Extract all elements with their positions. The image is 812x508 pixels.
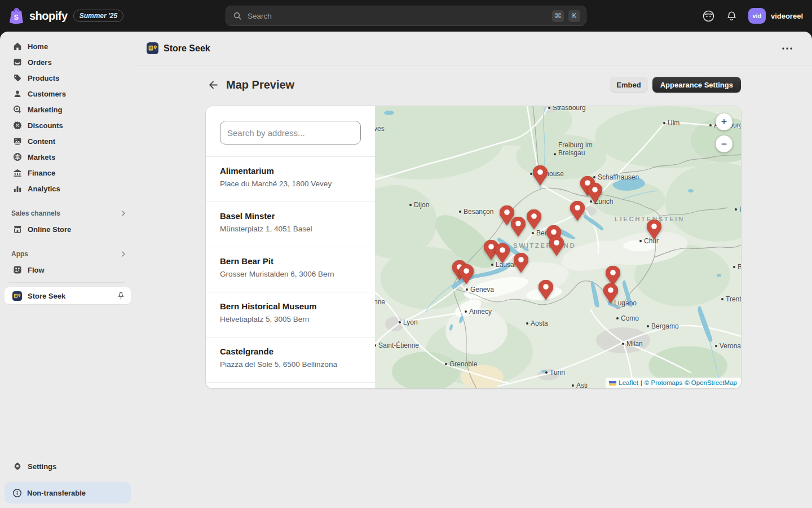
osm-link[interactable]: © OpenStreetMap: [685, 379, 737, 386]
location-list-item[interactable]: Bern Historical Museum Helvetiaplatz 5, …: [206, 292, 375, 338]
kbd-cmd: ⌘: [552, 10, 564, 22]
markets-icon: [12, 152, 22, 162]
sidebar-item[interactable]: Content: [5, 133, 131, 149]
app-title: Store Seek: [164, 43, 210, 54]
sidekick-icon[interactable]: [702, 10, 715, 23]
leaflet-link[interactable]: Leaflet: [619, 379, 638, 386]
sidebar-divider: [9, 282, 126, 283]
sidebar-item[interactable]: Markets: [5, 149, 131, 165]
sidebar-item[interactable]: Orders: [5, 54, 131, 70]
address-search-input[interactable]: [220, 121, 361, 144]
home-icon: [12, 42, 22, 51]
topbar: S shopify Summer '25 ⌘ K vid videoreel: [0, 0, 812, 32]
app-header: Store Seek: [135, 32, 812, 65]
map-marker-pin[interactable]: [588, 183, 602, 205]
store-seek-app-icon: [12, 291, 22, 301]
page-head: Map Preview Embed Appearance Settings: [206, 76, 741, 93]
search-icon: [233, 11, 242, 20]
location-list-item[interactable]: Bern Bear Pit Grosser Muristalden 6, 300…: [206, 247, 375, 292]
topbar-actions: vid videoreel: [702, 0, 803, 32]
kbd-k: K: [568, 10, 580, 22]
sidebar-bottom: Settings Non-transferable: [0, 458, 135, 508]
embed-button[interactable]: Embed: [610, 77, 647, 93]
sidebar-section-apps[interactable]: Apps: [5, 246, 131, 262]
sidebar-item[interactable]: Finance: [5, 165, 131, 181]
shopify-logo-icon: S: [9, 7, 24, 24]
sidebar-item-online-store[interactable]: Online Store: [5, 221, 131, 237]
map-marker-pin[interactable]: [495, 243, 510, 265]
map-canvas[interactable]: Strasbourg Ulm Augsburg Freiburg: [375, 106, 741, 388]
sidebar-item-flow[interactable]: Flow: [5, 262, 131, 278]
notifications-bell-icon[interactable]: [726, 11, 737, 21]
map-marker-pin[interactable]: [539, 280, 553, 302]
map-marker-pin[interactable]: [533, 165, 548, 187]
page-title: Map Preview: [226, 78, 294, 91]
store-seek-app-icon: [147, 42, 158, 54]
edition-badge: Summer '25: [73, 10, 124, 22]
location-list-item[interactable]: Castelgrande Piazza del Sole 5, 6500 Bel…: [206, 338, 375, 383]
map-marker-pin[interactable]: [570, 201, 585, 223]
customers-icon: [12, 89, 22, 99]
chevron-right-icon[interactable]: [120, 209, 127, 217]
sidebar-item[interactable]: Home: [5, 38, 131, 54]
sidebar-nav: Home Orders Products Customers Marketing: [0, 38, 135, 196]
info-icon: [12, 488, 22, 498]
sidebar-item-settings[interactable]: Settings: [5, 458, 131, 474]
appearance-settings-button[interactable]: Appearance Settings: [652, 77, 741, 93]
protomaps-link[interactable]: © Protomaps: [645, 379, 682, 386]
location-list-item[interactable]: Basel Minster Münsterplatz 1, 4051 Basel: [206, 202, 375, 247]
locations-list: Alimentarium Place du Marché 23, 1800 Ve…: [206, 157, 375, 383]
gear-icon: [12, 462, 22, 471]
map-zoom-controls: + −: [716, 113, 732, 152]
ukraine-flag-icon: [609, 380, 616, 386]
location-list-item[interactable]: Alimentarium Place du Marché 23, 1800 Ve…: [206, 157, 375, 202]
main-area: Store Seek Map Preview Embed Appearance …: [135, 32, 812, 508]
sidebar-item[interactable]: Customers: [5, 86, 131, 102]
sidebar: Home Orders Products Customers Marketing: [0, 32, 135, 508]
brand-wordmark: shopify: [29, 10, 68, 23]
map-marker-pin[interactable]: [527, 209, 541, 231]
attribution-separator: |: [641, 379, 642, 386]
user-name: videoreel: [771, 12, 803, 20]
storefront-icon: [12, 225, 22, 234]
avatar: vid: [748, 8, 766, 24]
marketing-icon: [12, 105, 22, 115]
more-actions-icon[interactable]: [779, 45, 795, 52]
sidebar-item[interactable]: Analytics: [5, 181, 131, 196]
sidebar-item[interactable]: Products: [5, 70, 131, 86]
sidebar-section-sales-channels[interactable]: Sales channels: [5, 205, 131, 221]
flow-app-icon: [12, 265, 22, 275]
non-transferable-banner[interactable]: Non-transferable: [5, 482, 131, 503]
map-marker-pin[interactable]: [511, 217, 526, 239]
zoom-out-button[interactable]: −: [716, 135, 732, 152]
map-marker-pin[interactable]: [647, 220, 661, 242]
map-preview-card: Alimentarium Place du Marché 23, 1800 Ve…: [206, 106, 741, 388]
orders-icon: [12, 58, 22, 67]
global-search-input[interactable]: [246, 11, 548, 21]
map-marker-pin[interactable]: [549, 236, 564, 258]
sidebar-item[interactable]: Marketing: [5, 102, 131, 117]
locations-panel: Alimentarium Place du Marché 23, 1800 Ve…: [206, 106, 375, 388]
chevron-right-icon[interactable]: [120, 250, 127, 258]
global-search[interactable]: ⌘ K: [226, 6, 586, 26]
map-marker-pin[interactable]: [603, 283, 618, 305]
user-menu[interactable]: vid videoreel: [748, 8, 803, 24]
products-icon: [12, 73, 22, 83]
svg-text:S: S: [14, 14, 19, 21]
content-icon: [12, 137, 22, 146]
map-marker-pin[interactable]: [514, 253, 528, 275]
map-marker-pin[interactable]: [459, 264, 474, 286]
finance-icon: [12, 168, 22, 178]
map-attribution: Leaflet | © Protomaps © OpenStreetMap: [606, 378, 741, 388]
analytics-icon: [12, 184, 22, 194]
discounts-icon: [12, 121, 22, 130]
back-arrow-icon[interactable]: [206, 77, 220, 92]
zoom-in-button[interactable]: +: [716, 113, 732, 130]
address-search-wrap: [206, 106, 375, 157]
pin-icon[interactable]: [117, 292, 125, 300]
brand-area[interactable]: S shopify Summer '25: [9, 0, 123, 32]
sidebar-item[interactable]: Discounts: [5, 117, 131, 133]
sidebar-item-store-seek[interactable]: Store Seek: [5, 287, 131, 304]
